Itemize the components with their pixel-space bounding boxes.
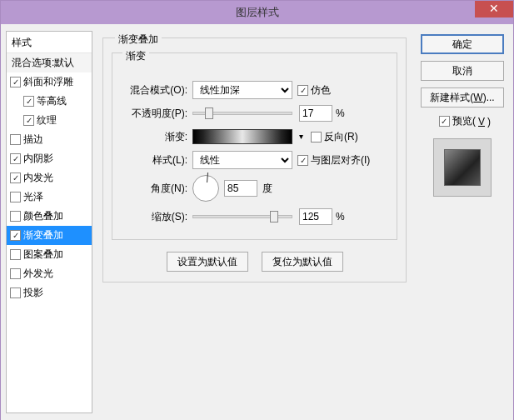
angle-dial[interactable] [192,175,219,202]
scale-label: 缩放(S): [119,210,187,224]
reverse-checkbox[interactable]: 反向(R) [311,130,358,144]
sidebar-header[interactable]: 样式 [7,33,92,53]
right-column: 确定 取消 新建样式(W)... ✓预览(V) [417,31,508,413]
sidebar-item-label: 内发光 [23,171,53,185]
style-select[interactable]: 线性 [192,151,292,169]
checkbox-icon[interactable] [10,192,21,202]
main-panel: 渐变叠加 渐变 混合模式(O): 线性加深 ✓仿色 不透明度(P): % [97,31,412,413]
sidebar-item-contour[interactable]: ✓等高线 [7,92,92,111]
scale-slider[interactable] [192,215,292,218]
reset-default-button[interactable]: 复位为默认值 [262,252,343,272]
sidebar-item-label: 外发光 [23,267,53,281]
sidebar-item-drop-shadow[interactable]: 投影 [7,283,92,302]
checkbox-icon[interactable] [10,249,21,260]
preview-checkbox[interactable]: ✓预览(V) [439,114,491,128]
panel-title: 渐变叠加 [115,32,162,47]
sidebar-item-label: 内阴影 [23,152,53,166]
section-title: 渐变 [122,49,149,63]
sidebar-item-bevel[interactable]: ✓斜面和浮雕 [7,72,92,92]
preview-swatch [433,138,492,197]
styles-sidebar: 样式 混合选项:默认 ✓斜面和浮雕✓等高线✓纹理描边✓内阴影✓内发光光泽颜色叠加… [6,31,92,413]
sidebar-item-label: 纹理 [37,113,57,128]
new-style-button[interactable]: 新建样式(W)... [421,88,504,108]
align-checkbox[interactable]: ✓与图层对齐(I) [297,153,370,168]
sidebar-item-satin[interactable]: 光泽 [7,188,92,207]
sidebar-item-label: 渐变叠加 [23,228,63,242]
sidebar-item-outer-glow[interactable]: 外发光 [7,264,92,283]
sidebar-item-label: 光泽 [23,190,43,204]
checkbox-icon[interactable] [10,288,21,298]
cancel-button[interactable]: 取消 [421,61,504,81]
titlebar: 图层样式 ✕ [1,1,513,24]
checkbox-icon[interactable] [10,211,21,222]
close-button[interactable]: ✕ [475,1,513,18]
sidebar-item-label: 颜色叠加 [23,209,63,223]
checkbox-icon[interactable]: ✓ [23,115,34,126]
set-default-button[interactable]: 设置为默认值 [167,252,248,272]
angle-label: 角度(N): [119,182,187,196]
blend-mode-select[interactable]: 线性加深 [192,81,292,99]
dither-checkbox[interactable]: ✓仿色 [297,83,331,98]
opacity-label: 不透明度(P): [119,107,187,121]
window-title: 图层样式 [236,5,279,20]
angle-input[interactable] [224,180,257,197]
layer-style-dialog: 图层样式 ✕ 样式 混合选项:默认 ✓斜面和浮雕✓等高线✓纹理描边✓内阴影✓内发… [0,0,514,420]
blend-mode-label: 混合模式(O): [119,83,187,98]
sidebar-item-color-overlay[interactable]: 颜色叠加 [7,207,92,226]
sidebar-item-texture[interactable]: ✓纹理 [7,111,92,130]
gradient-picker[interactable] [192,129,292,144]
sidebar-item-stroke[interactable]: 描边 [7,130,92,149]
sidebar-item-gradient-overlay[interactable]: ✓渐变叠加 [7,226,92,245]
opacity-input[interactable] [299,105,332,122]
sidebar-item-pattern-overlay[interactable]: 图案叠加 [7,245,92,264]
checkbox-icon[interactable] [10,268,21,279]
sidebar-item-label: 投影 [23,286,43,300]
sidebar-item-inner-glow[interactable]: ✓内发光 [7,168,92,188]
checkbox-icon[interactable]: ✓ [10,153,21,164]
checkbox-icon[interactable] [10,134,21,145]
scale-input[interactable] [299,208,332,225]
opacity-slider[interactable] [192,112,292,115]
sidebar-item-inner-shadow[interactable]: ✓内阴影 [7,149,92,168]
checkbox-icon[interactable]: ✓ [23,96,34,107]
sidebar-subheader[interactable]: 混合选项:默认 [7,53,92,72]
ok-button[interactable]: 确定 [421,34,504,54]
sidebar-item-label: 图案叠加 [23,248,63,262]
sidebar-item-label: 描边 [23,132,43,147]
checkbox-icon[interactable]: ✓ [10,77,21,88]
style-label: 样式(L): [119,153,187,168]
checkbox-icon[interactable]: ✓ [10,230,21,241]
checkbox-icon[interactable]: ✓ [10,172,21,183]
gradient-label: 渐变: [119,130,187,144]
sidebar-item-label: 斜面和浮雕 [23,75,73,89]
sidebar-item-label: 等高线 [37,94,67,108]
